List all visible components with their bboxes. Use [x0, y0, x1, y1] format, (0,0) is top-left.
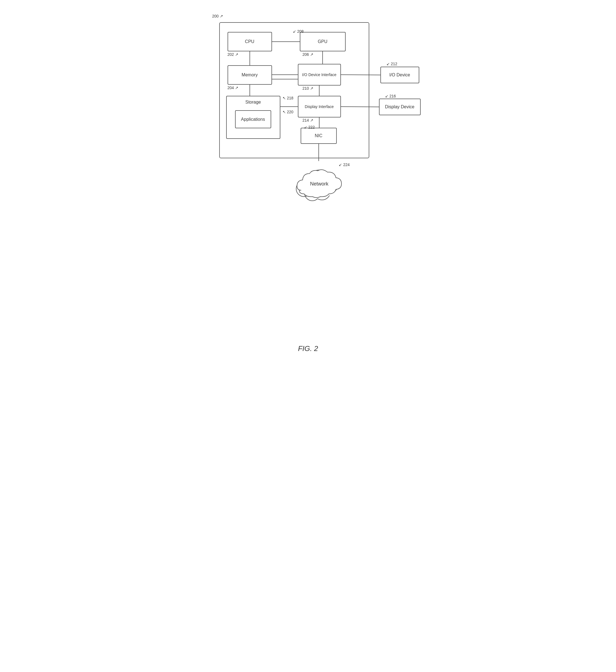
- ref-222-label: ↙ 222: [304, 125, 315, 129]
- network-section: Network ↙ 224: [289, 161, 350, 207]
- ref-214-label: 214 ↗: [302, 118, 314, 122]
- ref-212-label: ↙ 212: [387, 62, 397, 66]
- ref-216-label: ↙ 216: [385, 94, 396, 98]
- gpu-box: GPU: [300, 32, 346, 51]
- io-device-box: I/O Device: [381, 67, 419, 83]
- ref-206-label: 206 ↗: [302, 52, 314, 57]
- ref-220-label: ↖ 220: [282, 110, 293, 114]
- ref-204-label: 204 ↗: [227, 86, 238, 90]
- io-interface-box: I/O Device Interface: [298, 64, 341, 86]
- ref-208-label: ↙ 208: [293, 29, 304, 34]
- figure-label: FIG. 2: [211, 344, 406, 353]
- svg-text:Network: Network: [310, 181, 329, 187]
- ref-224-label: ↙ 224: [339, 162, 350, 167]
- ref-202-label: 202 ↗: [227, 52, 238, 57]
- display-interface-box: Display Interface: [298, 96, 341, 117]
- page-container: 200 ↗ CPU 202 ↗ Memory 204 ↗ Storage App…: [211, 11, 406, 353]
- diagram-area: 200 ↗ CPU 202 ↗ Memory 204 ↗ Storage App…: [211, 11, 433, 183]
- ref-218-label: ↖ 218: [282, 96, 293, 100]
- display-device-box: Display Device: [379, 99, 421, 115]
- ref-200-label: 200 ↗: [212, 14, 223, 18]
- cpu-box: CPU: [227, 32, 272, 51]
- network-cloud-svg: Network: [289, 161, 350, 205]
- storage-box: Storage Applications: [226, 96, 280, 139]
- diagram-wrapper: 200 ↗ CPU 202 ↗ Memory 204 ↗ Storage App…: [211, 11, 406, 353]
- nic-box: NIC: [300, 128, 337, 144]
- applications-box: Applications: [235, 110, 271, 128]
- memory-box: Memory: [227, 65, 272, 85]
- ref-210-label: 210 ↗: [302, 86, 314, 91]
